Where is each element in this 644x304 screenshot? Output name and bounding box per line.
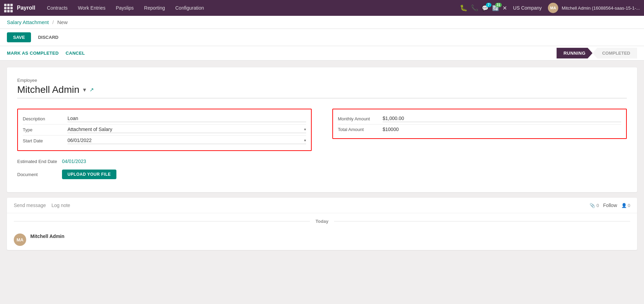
main-content: Employee Mitchell Admin ▾ ↗ Description … — [0, 61, 644, 257]
description-row: Description Loan — [23, 113, 306, 124]
message-author: Mitchell Admin — [30, 234, 64, 239]
breadcrumb-parent[interactable]: Salary Attachment — [7, 19, 49, 25]
updates-badge: 31 — [495, 3, 502, 7]
start-date-row: Start Date 06/01/2022 ▾ — [23, 135, 306, 146]
start-date-dropdown-icon: ▾ — [304, 138, 306, 143]
nav-reporting[interactable]: Reporting — [139, 3, 170, 13]
nav-menu: Contracts Work Entries Payslips Reportin… — [42, 3, 459, 13]
nav-payslips[interactable]: Payslips — [111, 3, 138, 13]
topnav-right: 🐛 📞 💬 7 🔄 31 ✕ US Company MA Mitchell Ad… — [460, 3, 640, 13]
document-label: Document — [17, 172, 62, 177]
breadcrumb-current: New — [57, 19, 67, 25]
employee-external-link-icon[interactable]: ↗ — [90, 87, 94, 93]
top-navigation: Payroll Contracts Work Entries Payslips … — [0, 0, 644, 16]
employee-dropdown-icon[interactable]: ▾ — [83, 86, 86, 94]
updates-icon[interactable]: 🔄 31 — [492, 5, 499, 11]
chat-icon[interactable]: 💬 7 — [482, 5, 489, 11]
type-select[interactable]: Attachment of Salary ▾ — [67, 127, 306, 133]
monthly-amount-row: Monthly Amount $1,000.00 — [338, 113, 621, 124]
user-avatar[interactable]: MA — [548, 3, 558, 13]
type-label: Type — [23, 127, 67, 132]
upload-button[interactable]: UPLOAD YOUR FILE — [62, 170, 116, 179]
form-grid: Description Loan Type Attachment of Sala… — [17, 109, 627, 182]
document-row: Document UPLOAD YOUR FILE — [17, 167, 312, 182]
follow-button[interactable]: Follow — [603, 203, 617, 208]
divider-line-right — [334, 221, 630, 221]
nav-work-entries[interactable]: Work Entries — [73, 3, 110, 13]
send-message-button[interactable]: Send message — [14, 203, 46, 208]
chatter-right: 📎 0 Follow 👤 0 — [590, 203, 630, 208]
chatter: Send message Log note 📎 0 Follow 👤 0 Tod… — [7, 198, 637, 250]
bug-icon[interactable]: 🐛 — [460, 4, 467, 12]
save-button[interactable]: SAVE — [7, 32, 31, 42]
divider-line-left — [14, 221, 310, 221]
followers-count: 👤 0 — [621, 203, 630, 208]
description-value[interactable]: Loan — [67, 116, 306, 122]
clip-icon: 📎 — [590, 203, 595, 208]
nav-contracts[interactable]: Contracts — [42, 3, 72, 13]
left-section: Description Loan Type Attachment of Sala… — [17, 109, 312, 182]
followers-icon: 👤 — [621, 203, 627, 208]
status-actions: MARK AS COMPLETED CANCEL — [7, 51, 85, 56]
estimated-end-date-value: 04/01/2023 — [62, 159, 86, 164]
status-pill: RUNNING COMPLETED — [557, 48, 637, 58]
status-bar: MARK AS COMPLETED CANCEL RUNNING COMPLET… — [0, 46, 644, 61]
breadcrumb: Salary Attachment / New — [0, 16, 644, 29]
mark-completed-button[interactable]: MARK AS COMPLETED — [7, 51, 59, 56]
log-note-button[interactable]: Log note — [51, 203, 70, 208]
status-running: RUNNING — [557, 48, 592, 58]
monthly-amount-label: Monthly Amount — [338, 116, 383, 121]
chat-badge: 7 — [486, 3, 491, 7]
start-date-select[interactable]: 06/01/2022 ▾ — [67, 138, 306, 144]
chatter-divider: Today — [7, 213, 637, 229]
settings-icon[interactable]: ✕ — [502, 5, 507, 11]
right-box: Monthly Amount $1,000.00 Total Amount $1… — [332, 109, 627, 139]
estimated-end-date-label: Estimated End Date — [17, 159, 62, 164]
type-dropdown-icon: ▾ — [304, 127, 306, 132]
message-content: Mitchell Admin — [30, 234, 630, 239]
type-value: Attachment of Salary — [67, 127, 112, 132]
total-amount-row: Total Amount $10000 — [338, 124, 621, 134]
phone-icon[interactable]: 📞 — [471, 4, 478, 12]
employee-label: Employee — [17, 78, 627, 83]
app-brand: Payroll — [4, 4, 35, 12]
estimated-end-date-row: Estimated End Date 04/01/2023 — [17, 156, 312, 167]
total-amount-value[interactable]: $10000 — [383, 127, 621, 132]
total-amount-label: Total Amount — [338, 127, 383, 132]
clip-count: 📎 0 — [590, 203, 599, 208]
divider-label: Today — [315, 219, 328, 224]
start-date-label: Start Date — [23, 138, 67, 143]
employee-row: Mitchell Admin ▾ ↗ — [17, 84, 627, 98]
action-bar: SAVE DISCARD — [0, 29, 644, 46]
cancel-button[interactable]: CANCEL — [66, 51, 85, 56]
status-completed: COMPLETED — [592, 48, 637, 58]
left-box: Description Loan Type Attachment of Sala… — [17, 109, 312, 151]
discard-button[interactable]: DISCARD — [35, 32, 61, 42]
nav-configuration[interactable]: Configuration — [170, 3, 209, 13]
right-section: Monthly Amount $1,000.00 Total Amount $1… — [332, 109, 627, 182]
description-label: Description — [23, 116, 67, 121]
status-pipeline: RUNNING COMPLETED — [557, 48, 637, 58]
message-avatar: MA — [14, 234, 26, 246]
employee-name: Mitchell Admin — [17, 84, 80, 95]
company-name: US Company — [513, 5, 542, 11]
type-row: Type Attachment of Salary ▾ — [23, 124, 306, 135]
monthly-amount-value[interactable]: $1,000.00 — [383, 116, 621, 122]
chatter-message: MA Mitchell Admin — [7, 229, 637, 250]
grid-icon[interactable] — [4, 4, 13, 12]
app-name: Payroll — [17, 5, 35, 11]
form-card: Employee Mitchell Admin ▾ ↗ Description … — [7, 67, 637, 192]
user-name: Mitchell Admin (16088564-saas-15-1-... — [562, 6, 640, 11]
breadcrumb-sep: / — [52, 19, 54, 25]
start-date-value: 06/01/2022 — [67, 138, 92, 143]
chatter-toolbar: Send message Log note 📎 0 Follow 👤 0 — [7, 198, 637, 213]
